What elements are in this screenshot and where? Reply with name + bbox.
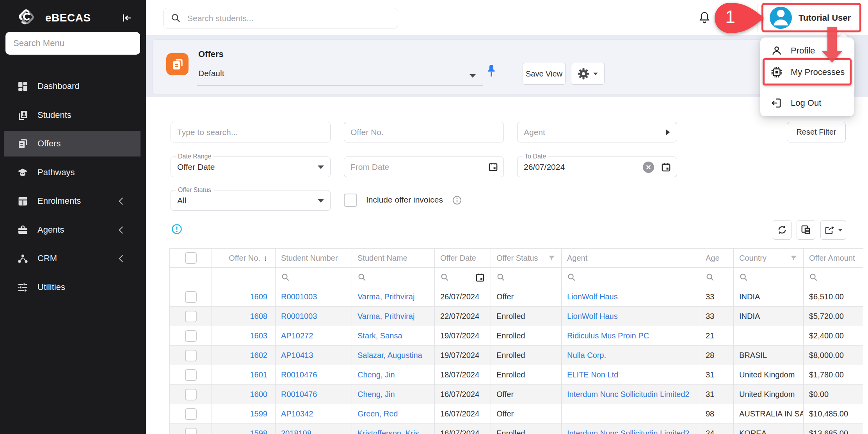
calendar-icon[interactable] (488, 162, 498, 174)
row-checkbox[interactable] (185, 408, 197, 420)
column-header-offer_amount[interactable]: Offer Amount (804, 249, 863, 267)
row-checkbox[interactable] (185, 291, 197, 303)
sidebar-item-dashboard[interactable]: Dashboard (4, 73, 141, 99)
pin-view-icon[interactable] (485, 63, 498, 83)
offer-no-field[interactable] (344, 122, 504, 142)
sidebar-item-pathways[interactable]: Pathways (4, 160, 141, 185)
sidebar-collapse-icon[interactable] (121, 12, 133, 24)
cell-sel[interactable] (170, 424, 212, 434)
clear-date-icon[interactable] (643, 162, 654, 173)
column-header-offer_date[interactable]: Offer Date (435, 249, 491, 267)
student_number-link[interactable]: AP10272 (281, 331, 313, 340)
column-header-student_number[interactable]: Student Number (276, 249, 352, 267)
filter-funnel-icon[interactable] (790, 254, 798, 262)
save-view-button[interactable]: Save View (523, 63, 566, 85)
student-search-box[interactable] (163, 8, 398, 28)
cell-sel[interactable] (170, 307, 212, 326)
row-checkbox[interactable] (185, 311, 197, 322)
offer_no-link[interactable]: 1599 (250, 409, 268, 418)
cell-sel[interactable] (170, 326, 212, 345)
column-header-sel[interactable] (170, 249, 212, 267)
cell-sel[interactable] (170, 287, 212, 306)
calendar-icon[interactable] (475, 272, 485, 283)
view-selector-value[interactable]: Default (198, 69, 224, 78)
student_name-link[interactable]: Cheng, Jin (358, 370, 395, 379)
offer_no-link[interactable]: 1602 (250, 351, 268, 360)
column-header-agent[interactable]: Agent (562, 249, 700, 267)
export-button[interactable] (820, 220, 846, 240)
filter-cell-offer_amount[interactable] (804, 268, 863, 287)
include-offer-invoices-checkbox[interactable] (344, 194, 357, 207)
table-row[interactable]: 15982018108Kristofferson, Kris16/07/2024… (170, 424, 863, 434)
agent-link[interactable]: Interdum Nunc Sollicitudin Limited2 (567, 429, 690, 434)
filter-cell-student_number[interactable] (276, 268, 352, 287)
column-header-country[interactable]: Country (734, 249, 804, 267)
agent-link[interactable]: Ridiculus Mus Proin PC (567, 331, 649, 340)
menu-item-profile[interactable]: Profile (760, 41, 854, 61)
filter-cell-offer_status[interactable] (491, 268, 562, 287)
offer_no-link[interactable]: 1600 (250, 390, 268, 399)
view-selector-caret-icon[interactable] (470, 74, 476, 78)
column-header-student_name[interactable]: Student Name (352, 249, 435, 267)
row-checkbox[interactable] (185, 350, 197, 361)
sidebar-item-students[interactable]: Students (4, 102, 141, 128)
sidebar-item-offers[interactable]: Offers (4, 131, 141, 157)
offer_no-link[interactable]: 1608 (250, 312, 268, 321)
agent-link[interactable]: LionWolf Haus (567, 292, 618, 301)
student_name-link[interactable]: Varma, Prithviraj (358, 292, 414, 301)
student_name-link[interactable]: Green, Red (358, 409, 398, 418)
student_number-link[interactable]: AP10342 (281, 409, 313, 418)
to-date-field[interactable]: To Date 26/07/2024 (517, 157, 677, 177)
menu-item-my-processes[interactable]: My Processes (760, 61, 854, 84)
sidebar-item-agents[interactable]: Agents (4, 217, 141, 243)
menu-item-log-out[interactable]: Log Out (760, 93, 854, 113)
grid-notice-icon[interactable] (171, 223, 183, 237)
column-header-offer_status[interactable]: Offer Status (491, 249, 562, 267)
text-search-field[interactable] (171, 122, 331, 142)
cell-sel[interactable] (170, 404, 212, 423)
cell-sel[interactable] (170, 365, 212, 384)
agent-link[interactable]: Interdum Nunc Sollicitudin Limited2 (567, 390, 690, 399)
text-search-input[interactable] (171, 122, 331, 142)
from-date-field[interactable] (344, 157, 504, 177)
student_number-link[interactable]: R0010476 (281, 390, 317, 399)
agent-link[interactable]: LionWolf Haus (567, 312, 618, 321)
student_number-link[interactable]: 2018108 (281, 429, 311, 434)
column-header-offer_no[interactable]: Offer No.↓ (212, 249, 276, 267)
table-row[interactable]: 1601R0010476Cheng, Jin18/07/2024Enrolled… (170, 365, 863, 385)
cell-sel[interactable] (170, 385, 212, 404)
student-search-input[interactable] (187, 13, 391, 23)
row-checkbox[interactable] (185, 330, 197, 342)
student_number-link[interactable]: R0001003 (281, 292, 317, 301)
student_name-link[interactable]: Varma, Prithviraj (358, 312, 414, 321)
select-all-checkbox[interactable] (185, 252, 197, 264)
student_name-link[interactable]: Cheng, Jin (358, 390, 395, 399)
filter-cell-country[interactable] (734, 268, 804, 287)
agent-link[interactable]: ELITE Non Ltd (567, 370, 618, 379)
column-chooser-button[interactable] (797, 220, 815, 240)
filter-cell-student_name[interactable] (352, 268, 435, 287)
sidebar-item-utilities[interactable]: Utilities (4, 274, 141, 300)
filter-funnel-icon[interactable] (548, 254, 556, 262)
row-checkbox[interactable] (185, 369, 197, 381)
offer-status-select[interactable]: Offer Status All (171, 190, 331, 211)
offer_no-link[interactable]: 1598 (250, 429, 268, 434)
filter-cell-age[interactable] (700, 268, 734, 287)
student_number-link[interactable]: R0001003 (281, 312, 317, 321)
filter-cell-offer_date[interactable] (435, 268, 491, 287)
student_number-link[interactable]: AP10413 (281, 351, 313, 360)
view-settings-button[interactable] (571, 63, 605, 85)
student_name-link[interactable]: Salazar, Augustina (358, 351, 422, 360)
table-row[interactable]: 1600R0010476Cheng, Jin16/07/2024OfferInt… (170, 385, 863, 404)
table-row[interactable]: 1608R0001003Varma, Prithviraj22/07/2024E… (170, 307, 863, 326)
user-avatar[interactable] (770, 7, 792, 29)
offer_no-link[interactable]: 1603 (250, 331, 268, 340)
calendar-icon[interactable] (661, 162, 671, 174)
table-row[interactable]: 1602AP10413Salazar, Augustina19/07/2024E… (170, 346, 863, 365)
cell-sel[interactable] (170, 346, 212, 365)
student_name-link[interactable]: Stark, Sansa (358, 331, 402, 340)
sidebar-item-enrolments[interactable]: Enrolments (4, 188, 141, 214)
info-icon[interactable] (452, 195, 462, 207)
sidebar-search-input[interactable] (5, 32, 140, 55)
row-checkbox[interactable] (185, 428, 197, 434)
